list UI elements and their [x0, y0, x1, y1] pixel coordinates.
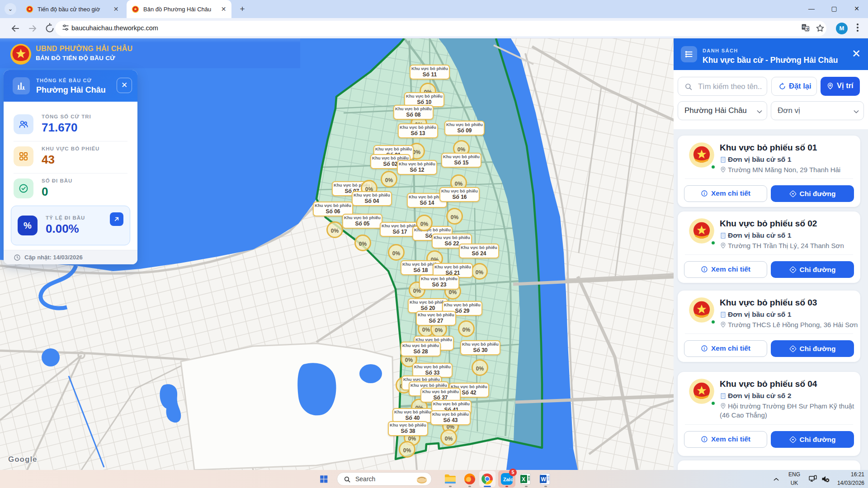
- svg-text:文: 文: [806, 27, 809, 31]
- svg-text:Google: Google: [8, 455, 38, 464]
